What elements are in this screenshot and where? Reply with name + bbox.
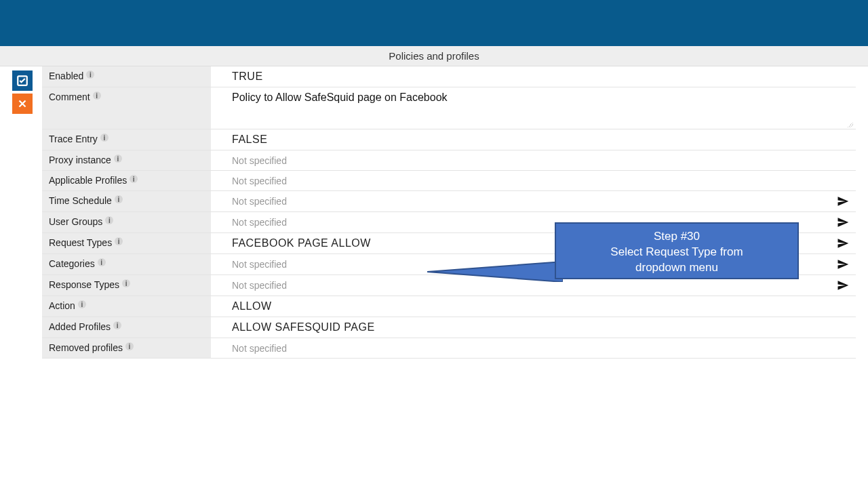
value-request-types-text: FACEBOOK PAGE ALLOW — [232, 237, 371, 249]
label-action-text: Action — [49, 300, 75, 311]
callout-line2: Select Request Type from — [564, 245, 789, 260]
label-response-types-text: Response Types — [49, 279, 119, 290]
label-trace-entry: Trace Entry i — [42, 129, 212, 150]
row-applicable-profiles: Applicable Profiles i Not specified — [42, 171, 856, 191]
goto-icon[interactable] — [837, 237, 849, 249]
label-removed-profiles-text: Removed profiles — [49, 342, 123, 353]
label-user-groups-text: User Groups — [49, 216, 102, 227]
save-check-button[interactable] — [12, 70, 33, 91]
cancel-close-button[interactable] — [12, 94, 33, 114]
label-proxy-instance-text: Proxy instance — [49, 155, 111, 165]
goto-icon[interactable] — [837, 216, 849, 228]
info-icon[interactable]: i — [130, 175, 138, 183]
label-action: Action i — [42, 296, 212, 317]
value-enabled[interactable]: TRUE — [212, 66, 856, 87]
value-applicable-profiles[interactable]: Not specified — [212, 171, 856, 190]
row-added-profiles: Added Profiles i ALLOW SAFESQUID PAGE — [42, 317, 856, 338]
info-icon[interactable]: i — [100, 134, 108, 142]
value-removed-profiles[interactable]: Not specified — [212, 338, 856, 358]
label-comment: Comment i — [42, 87, 212, 129]
row-proxy-instance: Proxy instance i Not specified — [42, 150, 856, 171]
info-icon[interactable]: i — [98, 258, 106, 266]
row-time-schedule: Time Schedule i Not specified — [42, 191, 856, 212]
info-icon[interactable]: i — [78, 300, 86, 308]
callout-line1: Step #30 — [564, 229, 789, 245]
value-added-profiles-text: ALLOW SAFESQUID PAGE — [232, 321, 375, 333]
info-icon[interactable]: i — [86, 70, 94, 79]
info-icon[interactable]: i — [114, 155, 122, 163]
row-comment: Comment i Policy to Allow SafeSquid page… — [42, 87, 856, 129]
label-added-profiles-text: Added Profiles — [49, 321, 111, 332]
value-action-text: ALLOW — [232, 300, 272, 312]
value-time-schedule[interactable]: Not specified — [212, 191, 856, 211]
value-categories-text: Not specified — [232, 259, 287, 270]
info-icon[interactable]: i — [122, 279, 130, 287]
info-icon[interactable]: i — [105, 216, 113, 224]
value-trace-entry-text: FALSE — [232, 134, 267, 146]
label-enabled-text: Enabled — [49, 70, 83, 81]
top-header-bar — [0, 0, 868, 46]
value-enabled-text: TRUE — [232, 70, 263, 83]
value-action[interactable]: ALLOW — [212, 296, 856, 317]
tutorial-callout: Step #30 Select Request Type from dropdo… — [555, 222, 799, 279]
label-response-types: Response Types i — [42, 275, 212, 296]
value-removed-profiles-text: Not specified — [232, 343, 287, 354]
value-response-types-text: Not specified — [232, 280, 287, 291]
row-trace-entry: Trace Entry i FALSE — [42, 129, 856, 150]
info-icon[interactable]: i — [125, 342, 134, 350]
label-comment-text: Comment — [49, 92, 90, 102]
content-area: Enabled i TRUE Comment i Policy to Allow… — [0, 66, 868, 359]
value-comment-text: Policy to Allow SafeSquid page on Facebo… — [232, 92, 448, 104]
svg-marker-1 — [427, 262, 563, 282]
label-enabled: Enabled i — [42, 66, 212, 87]
label-time-schedule-text: Time Schedule — [49, 195, 112, 206]
row-removed-profiles: Removed profiles i Not specified — [42, 338, 856, 359]
label-categories: Categories i — [42, 254, 212, 274]
info-icon[interactable]: i — [115, 237, 123, 245]
label-added-profiles: Added Profiles i — [42, 317, 212, 338]
label-applicable-profiles: Applicable Profiles i — [42, 171, 212, 190]
label-categories-text: Categories — [49, 258, 95, 269]
value-trace-entry[interactable]: FALSE — [212, 129, 856, 150]
side-action-buttons — [12, 70, 33, 114]
goto-icon[interactable] — [837, 258, 849, 270]
callout-line3: dropdown menu — [564, 260, 789, 276]
label-request-types-text: Request Types — [49, 237, 112, 248]
row-enabled: Enabled i TRUE — [42, 66, 856, 87]
goto-icon[interactable] — [837, 279, 849, 291]
value-user-groups-text: Not specified — [232, 217, 287, 228]
label-time-schedule: Time Schedule i — [42, 191, 212, 211]
value-proxy-instance-text: Not specified — [232, 155, 287, 166]
label-applicable-profiles-text: Applicable Profiles — [49, 175, 127, 186]
goto-icon[interactable] — [837, 195, 849, 207]
value-time-schedule-text: Not specified — [232, 196, 287, 207]
label-removed-profiles: Removed profiles i — [42, 338, 212, 358]
value-added-profiles[interactable]: ALLOW SAFESQUID PAGE — [212, 317, 856, 338]
label-proxy-instance: Proxy instance i — [42, 150, 212, 170]
page-title: Policies and profiles — [0, 46, 868, 66]
policy-form-table: Enabled i TRUE Comment i Policy to Allow… — [42, 66, 856, 359]
label-user-groups: User Groups i — [42, 212, 212, 232]
resize-grip-icon[interactable] — [846, 121, 853, 127]
info-icon[interactable]: i — [113, 321, 121, 329]
label-trace-entry-text: Trace Entry — [49, 134, 98, 144]
value-applicable-profiles-text: Not specified — [232, 176, 287, 186]
value-proxy-instance[interactable]: Not specified — [212, 150, 856, 170]
value-comment[interactable]: Policy to Allow SafeSquid page on Facebo… — [212, 87, 856, 129]
label-request-types: Request Types i — [42, 233, 212, 253]
row-action: Action i ALLOW — [42, 296, 856, 317]
info-icon[interactable]: i — [115, 195, 123, 203]
callout-arrow-icon — [427, 262, 563, 282]
info-icon[interactable]: i — [93, 92, 101, 100]
